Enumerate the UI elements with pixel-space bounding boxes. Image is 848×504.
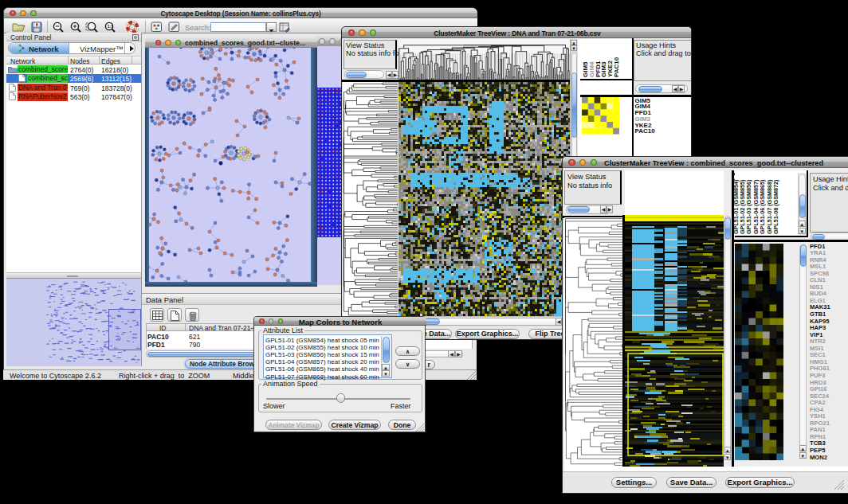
svg-text:1:1: 1:1 bbox=[107, 24, 113, 29]
